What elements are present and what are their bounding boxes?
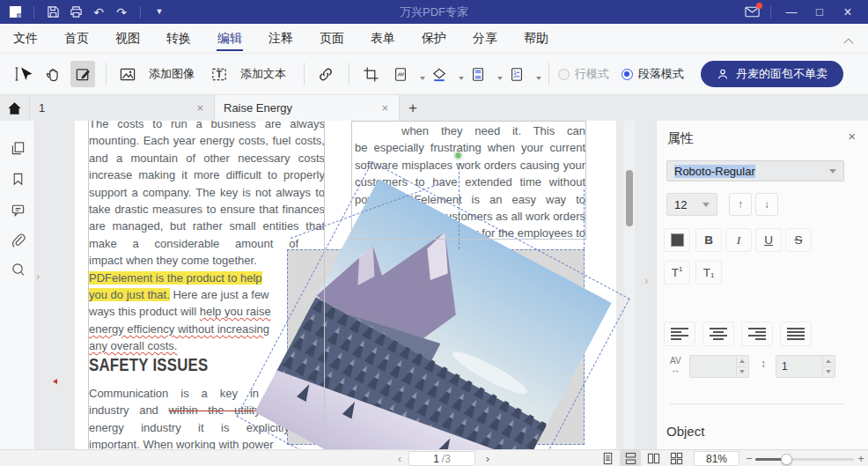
notification-mail-icon[interactable] xyxy=(742,4,761,20)
notification-badge xyxy=(756,3,762,9)
rotate-handle[interactable] xyxy=(454,152,462,159)
crop-tool-icon[interactable] xyxy=(358,61,383,87)
char-spacing-spinner[interactable] xyxy=(736,357,747,376)
select-tool-button[interactable] xyxy=(11,61,35,87)
tab2-close-icon[interactable]: × xyxy=(379,101,390,115)
text-line: and a mountain of other necessary costs xyxy=(89,150,325,166)
header-footer-caret-icon[interactable] xyxy=(497,77,503,80)
search-panel-icon[interactable] xyxy=(11,262,26,277)
bookmarks-panel-icon[interactable] xyxy=(11,172,26,187)
maximize-button[interactable]: □ xyxy=(808,4,831,21)
zoom-in-button[interactable]: + xyxy=(856,450,866,466)
align-center-button[interactable] xyxy=(702,322,734,346)
thumbnails-panel-icon[interactable] xyxy=(11,141,26,156)
menu-convert[interactable]: 转换 xyxy=(166,26,192,51)
superscript-button[interactable]: T1 xyxy=(664,261,690,285)
menu-page[interactable]: 页面 xyxy=(319,26,345,51)
tab-raise-energy[interactable]: Raise Energy × xyxy=(215,95,400,121)
menu-help[interactable]: 帮助 xyxy=(523,26,549,51)
char-spacing-input[interactable] xyxy=(689,355,749,378)
document-canvas[interactable]: The costs to run a business are alwaysmo… xyxy=(35,121,656,449)
font-size-increase-button[interactable]: ↑ xyxy=(729,193,752,216)
align-left-button[interactable] xyxy=(664,322,695,346)
quick-access-caret-icon[interactable]: ▼ xyxy=(151,4,167,20)
menu-form[interactable]: 表单 xyxy=(370,26,396,51)
link-tool-icon[interactable] xyxy=(313,61,338,87)
account-button[interactable]: 丹麦的面包不单卖 xyxy=(701,61,843,87)
text-line: take drastic measures to ensure that fin… xyxy=(89,201,325,218)
vertical-scrollbar[interactable] xyxy=(624,121,635,449)
add-image-icon[interactable] xyxy=(115,61,140,87)
line-spacing-input[interactable]: 1 xyxy=(776,355,835,378)
minimize-button[interactable]: — xyxy=(780,4,803,21)
background-tool-icon[interactable] xyxy=(427,61,452,87)
menu-file[interactable]: 文件 xyxy=(12,26,39,51)
subscript-button[interactable]: T1 xyxy=(695,261,722,285)
title-bar: ↶ ↷ ▼ 万兴PDF专家 — □ × xyxy=(0,0,868,24)
add-text-label[interactable]: 添加文本 xyxy=(240,66,286,82)
watermark-tool-icon[interactable] xyxy=(388,61,413,87)
print-icon[interactable] xyxy=(68,4,84,20)
two-page-view-icon[interactable] xyxy=(643,450,664,466)
comment-marker[interactable] xyxy=(53,379,57,384)
new-tab-button[interactable]: + xyxy=(400,95,426,121)
menu-view[interactable]: 视图 xyxy=(114,26,141,51)
zoom-level-input[interactable]: 81% xyxy=(694,451,739,466)
menu-home[interactable]: 首页 xyxy=(63,26,90,51)
font-size-select[interactable]: 12 xyxy=(666,193,717,216)
underline-button[interactable]: U xyxy=(755,228,782,252)
strikethrough-button[interactable]: S xyxy=(785,228,812,252)
close-button[interactable]: × xyxy=(836,4,859,21)
text-line: The costs to run a business are always xyxy=(89,121,325,132)
watermark-caret-icon[interactable] xyxy=(420,77,425,80)
paragraph-mode-radio[interactable]: 段落模式 xyxy=(622,66,684,82)
align-right-button[interactable] xyxy=(741,322,773,346)
comments-panel-icon[interactable] xyxy=(11,203,26,218)
redo-icon[interactable]: ↷ xyxy=(114,4,129,20)
bates-caret-icon[interactable] xyxy=(536,77,541,80)
collapse-ribbon-icon[interactable] xyxy=(847,33,857,43)
next-page-button[interactable]: › xyxy=(481,450,495,466)
left-panel-expander-icon[interactable]: › xyxy=(36,270,40,283)
menu-share[interactable]: 分享 xyxy=(472,26,498,51)
menu-comment[interactable]: 注释 xyxy=(268,26,294,51)
menu-edit[interactable]: 编辑 xyxy=(217,26,243,51)
tab1-close-icon[interactable]: × xyxy=(195,101,205,115)
edit-object-tool-button[interactable] xyxy=(70,61,95,87)
line-mode-radio[interactable]: 行模式 xyxy=(558,66,609,82)
header-footer-tool-icon[interactable] xyxy=(466,61,490,87)
home-tab-icon[interactable] xyxy=(0,95,30,121)
grid-view-icon[interactable] xyxy=(666,450,687,466)
prev-page-button[interactable]: ‹ xyxy=(393,450,407,466)
bold-button[interactable]: B xyxy=(695,228,722,252)
hand-tool-button[interactable] xyxy=(40,61,65,87)
line-spacing-spinner[interactable] xyxy=(822,357,834,376)
font-size-decrease-button[interactable]: ↓ xyxy=(755,193,778,216)
right-panel-expander-icon[interactable]: › xyxy=(644,274,648,287)
add-text-icon[interactable]: T xyxy=(207,61,232,87)
zoom-out-button[interactable]: − xyxy=(744,450,754,466)
font-color-button[interactable] xyxy=(664,228,690,252)
italic-button[interactable]: I xyxy=(725,228,752,252)
account-label: 丹麦的面包不单卖 xyxy=(736,66,828,82)
scrollbar-thumb[interactable] xyxy=(626,170,633,226)
attachments-panel-icon[interactable] xyxy=(11,233,26,248)
tab-document-1[interactable]: 1 × xyxy=(30,95,215,121)
page-number-input[interactable]: 1/3 xyxy=(408,451,475,466)
undo-icon[interactable]: ↶ xyxy=(91,4,107,20)
menu-protect[interactable]: 保护 xyxy=(421,26,447,51)
zoom-slider[interactable] xyxy=(755,458,854,461)
properties-title: 属性 xyxy=(667,130,694,147)
bates-numbering-tool-icon[interactable]: 12 xyxy=(504,61,529,87)
background-caret-icon[interactable] xyxy=(459,77,464,80)
add-image-label[interactable]: 添加图像 xyxy=(149,66,195,82)
font-family-select[interactable]: Roboto-Regular xyxy=(666,160,844,181)
align-justify-button[interactable] xyxy=(780,322,812,346)
single-page-view-icon[interactable] xyxy=(597,450,618,466)
text-line: important. When working with power xyxy=(89,436,290,449)
continuous-scroll-view-icon[interactable] xyxy=(620,450,641,466)
save-icon[interactable] xyxy=(45,4,61,20)
zoom-slider-knob[interactable] xyxy=(781,454,792,465)
properties-close-icon[interactable]: × xyxy=(848,129,856,144)
panel-divider xyxy=(670,403,844,404)
